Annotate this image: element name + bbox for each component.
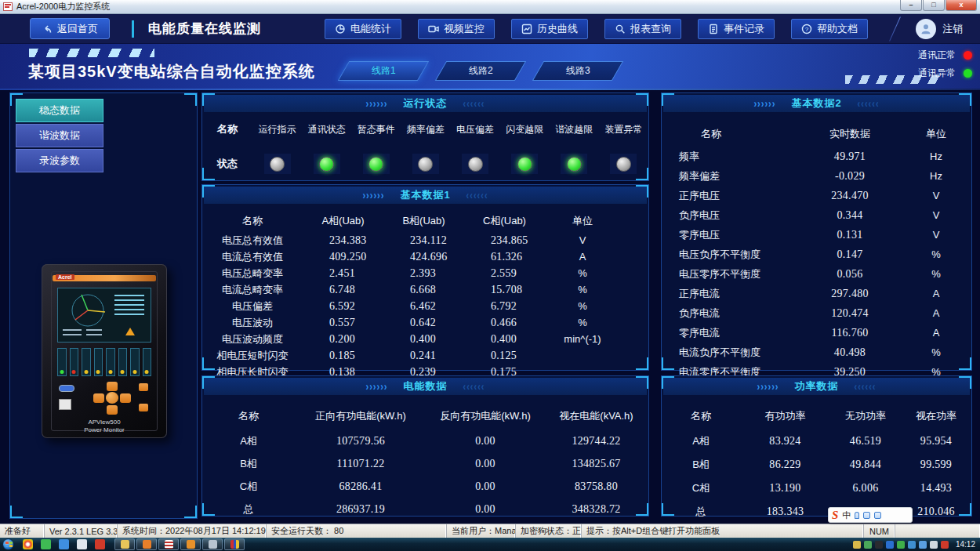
taskbar-button-explorer-folder-icon[interactable] (114, 538, 135, 550)
desktop-share-icon[interactable] (864, 541, 872, 549)
nav-button-电能统计[interactable]: 电能统计 (325, 19, 401, 39)
value-cell: % (901, 245, 971, 264)
energy-data-panel: ›››››› 电能数据 ‹‹‹‹‹‹ 名称正向有功电能(kW.h)反向有功电能(… (201, 375, 649, 517)
start-button[interactable] (2, 538, 14, 550)
basic-data1-header: ›››››› 基本数据1 ‹‹‹‹‹‹ (204, 187, 647, 204)
device-led-column (106, 348, 115, 376)
nav-button-历史曲线[interactable]: 历史曲线 (511, 19, 588, 39)
sidebar-item-稳态数据[interactable]: 稳态数据 (16, 99, 103, 122)
basic-data1-table: 名称A相(Uab)B相(Uab)C相(Uab)单位电压总有效值234.38323… (202, 204, 648, 380)
taskbar-button-tools-app-icon[interactable] (202, 538, 223, 550)
chrome-icon[interactable] (23, 539, 33, 549)
nav-button-事件记录[interactable]: 事件记录 (698, 19, 775, 39)
taskbar-clock[interactable]: 14:12 (956, 540, 975, 549)
media-icon[interactable] (95, 539, 105, 549)
nav-button-报表查询[interactable]: 报表查询 (604, 19, 681, 39)
tab-线路1[interactable]: 线路1 (338, 61, 429, 81)
sogou-logo-icon[interactable]: S (832, 509, 838, 522)
taskbar-button-firefox-icon[interactable] (136, 538, 157, 550)
value-cell: 234.865 (464, 232, 545, 248)
taskbar-button-orange-app-icon[interactable] (180, 538, 201, 550)
ime-mode-toggle[interactable]: 中 (842, 509, 851, 521)
user-avatar[interactable] (916, 19, 936, 39)
status-current-user: 当前用户：Manager (447, 524, 516, 538)
bluetooth-icon[interactable] (886, 541, 894, 549)
run-status-header: ›››››› 运行状态 ‹‹‹‹‹‹ (204, 95, 647, 112)
taskbar-button-colorbar-app-icon[interactable] (224, 538, 245, 550)
sidebar-item-谐波数据[interactable]: 谐波数据 (16, 124, 103, 147)
device-model-label: APView500 Power Monitor (42, 419, 167, 434)
value-cell: 0.344 (799, 205, 901, 225)
removable-device-icon[interactable] (853, 541, 861, 549)
value-cell: 83758.80 (544, 475, 648, 498)
row-name: C相 (662, 477, 740, 500)
sidebar-menu: 稳态数据谐波数据录波参数 (10, 93, 109, 178)
row-name: 电压总畸变率 (202, 265, 303, 281)
device-led-column (82, 348, 91, 376)
satellite-icon[interactable] (875, 541, 883, 549)
value-cell: % (901, 264, 971, 284)
quick-launch-icons (19, 539, 109, 549)
minimize-button[interactable]: – (900, 0, 922, 11)
row-name: 正序电压 (662, 186, 799, 205)
run-status-item-label: 运行指示 (252, 112, 302, 147)
run-status-names-row: 名称运行指示通讯状态暂态事件频率偏差电压偏差闪变越限谐波越限装置异常 (202, 112, 648, 147)
back-home-button[interactable]: 返回首页 (30, 18, 110, 39)
value-cell: 134825.67 (544, 452, 648, 475)
nav-button-视频监控[interactable]: 视频监控 (418, 19, 495, 39)
value-cell: 234.112 (383, 232, 464, 248)
pie-icon (335, 24, 346, 34)
ime-keyboard-icon[interactable] (863, 512, 870, 519)
nav-button-label: 视频监控 (444, 22, 485, 36)
run-status-led-cell (599, 147, 648, 181)
row-name: 电压偏差 (202, 298, 303, 314)
row-name: 零序电压 (662, 225, 799, 245)
open-app-buttons (114, 538, 245, 550)
internet-green-icon[interactable] (41, 539, 51, 549)
orange-app-icon (187, 540, 195, 549)
led-box (264, 154, 291, 174)
ie-icon[interactable] (59, 539, 69, 549)
sidebar-item-录波参数[interactable]: 录波参数 (16, 149, 103, 172)
network-icon[interactable] (930, 541, 938, 549)
value-cell: 2.393 (383, 265, 464, 281)
legend-item: 通讯异常 (855, 67, 972, 80)
status-dongle: 加密狗状态：正常 (516, 524, 582, 538)
ime-mic-icon[interactable] (855, 512, 859, 519)
taskbar-button-acrel-app-icon[interactable] (158, 538, 179, 550)
nav-button-帮助文档[interactable]: ?帮助文档 (791, 19, 868, 39)
run-status-led-cell (451, 147, 500, 181)
run-status-item-label: 暂态事件 (351, 112, 401, 147)
basic-data2-panel: ›››››› 基本数据2 ‹‹‹‹‹‹ 名称实时数据单位频率49.971Hz频率… (661, 92, 972, 371)
value-cell: 13.190 (740, 477, 830, 500)
row-name: B相 (662, 453, 740, 477)
value-cell: Hz (901, 147, 971, 166)
column-header: 实时数据 (799, 121, 901, 147)
column-header: 名称 (662, 121, 799, 147)
energy-title: 电能数据 (404, 379, 448, 393)
header-arrows-left: ›››››› (362, 189, 384, 201)
status-filler (895, 524, 980, 538)
station-title: 某项目35kV变电站综合自动化监控系统 (28, 61, 315, 82)
value-cell: 129744.22 (544, 430, 648, 452)
device-led (108, 370, 112, 374)
volume-muted-icon[interactable] (941, 541, 949, 549)
value-cell: 0.642 (383, 314, 464, 331)
resolution-icon[interactable] (919, 541, 927, 549)
value-cell: 424.696 (383, 248, 464, 265)
tab-线路2[interactable]: 线路2 (435, 61, 526, 81)
legend-dot (964, 51, 972, 60)
sync-icon[interactable] (908, 541, 916, 549)
value-cell: 99.599 (901, 453, 971, 477)
value-cell: 49.844 (830, 453, 901, 477)
logout-button[interactable]: 注销 (942, 22, 963, 36)
tab-线路3[interactable]: 线路3 (532, 61, 623, 81)
value-cell: 0.147 (799, 245, 901, 264)
notepad-icon[interactable] (77, 539, 87, 549)
maximize-button[interactable]: □ (923, 0, 945, 11)
back-arrow-icon (42, 24, 53, 34)
shield-icon[interactable] (897, 541, 905, 549)
device-led (84, 370, 88, 374)
ime-toolbox-icon[interactable] (874, 512, 881, 519)
close-button[interactable]: x (946, 0, 977, 11)
